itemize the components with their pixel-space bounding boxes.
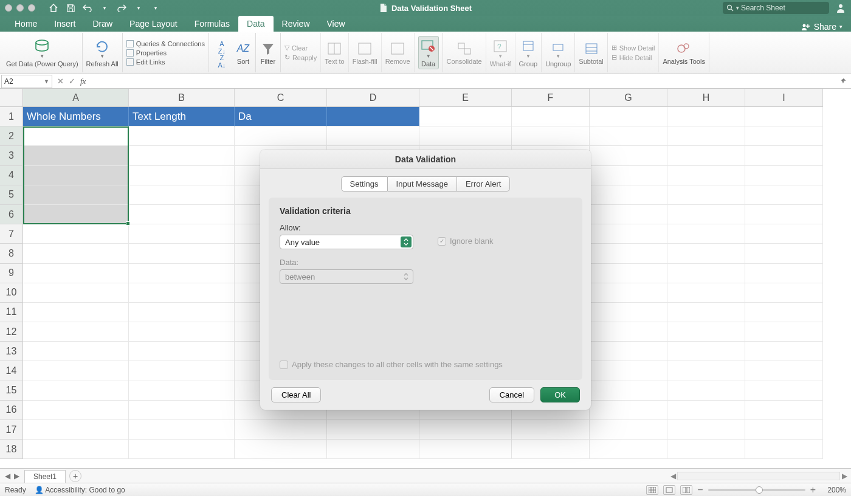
save-icon[interactable] [66,3,75,13]
row-header[interactable]: 11 [0,303,23,322]
col-header-I[interactable]: I [745,89,823,107]
zoom-out-button[interactable]: − [697,485,703,495]
undo-icon[interactable] [83,3,92,13]
name-box[interactable]: A2 ▼ [1,75,52,88]
tab-view[interactable]: View [319,16,354,32]
formula-input[interactable] [89,75,835,88]
dialog-tab-input-message[interactable]: Input Message [388,176,457,192]
analysis-tools-button[interactable]: Analysis Tools [663,40,705,65]
row-header[interactable]: 10 [0,283,23,303]
properties-button[interactable]: Properties [126,49,167,57]
zoom-level[interactable]: 200% [821,486,846,494]
col-header-B[interactable]: B [129,89,235,107]
user-account-icon[interactable] [835,2,846,13]
tab-insert[interactable]: Insert [46,16,84,32]
cancel-button[interactable]: Cancel [489,387,534,402]
page-break-view-button[interactable] [680,485,692,495]
tab-review[interactable]: Review [274,16,319,32]
cell-I1[interactable] [745,107,823,126]
scroll-left-icon[interactable]: ◀ [669,472,677,480]
home-icon[interactable] [49,3,58,13]
show-detail-button[interactable]: ⊞Show Detail [612,44,655,52]
cell-E1[interactable] [419,107,512,126]
reapply-filter-button[interactable]: ↻Reapply [284,54,317,61]
row-header[interactable]: 1 [0,107,23,126]
cell-A6[interactable] [23,205,129,224]
row-header[interactable]: 8 [0,244,23,263]
row-header[interactable]: 13 [0,342,23,361]
cell-A4[interactable] [23,166,129,185]
tab-data[interactable]: Data [238,16,274,32]
sort-desc-button[interactable]: ZA↓ [213,54,231,69]
col-header-G[interactable]: G [590,89,667,107]
consolidate-button[interactable]: Consolidate [447,40,482,65]
spreadsheet-grid[interactable]: A B C D E F G H I 1 2 3 4 5 6 7 8 9 10 1… [0,89,851,468]
row-header[interactable]: 7 [0,224,23,244]
confirm-formula-icon[interactable]: ✓ [69,77,75,86]
queries-connections-button[interactable]: Queries & Connections [126,40,205,47]
close-window-button[interactable] [5,4,12,12]
cell-H1[interactable] [667,107,745,126]
row-header[interactable]: 14 [0,361,23,381]
tab-formulas[interactable]: Formulas [186,16,238,32]
scroll-track[interactable] [677,472,840,480]
what-if-button[interactable]: ?▼What-if [490,38,511,67]
sheet-nav-next-icon[interactable]: ▶ [14,472,19,480]
row-header[interactable]: 6 [0,205,23,224]
row-header[interactable]: 15 [0,381,23,401]
cancel-formula-icon[interactable]: ✕ [57,77,64,86]
sort-button[interactable]: AZ Sort [235,40,252,65]
hide-detail-button[interactable]: ⊟Hide Detail [612,54,652,61]
col-header-D[interactable]: D [327,89,419,107]
search-dropdown-icon[interactable]: ▾ [736,5,739,11]
refresh-all-button[interactable]: ▼ Refresh All [86,38,119,67]
accessibility-status[interactable]: 👤 Accessibility: Good to go [35,486,125,494]
tab-page-layout[interactable]: Page Layout [121,16,186,32]
sheet-nav-prev-icon[interactable]: ◀ [5,472,10,480]
minimize-window-button[interactable] [16,4,24,12]
row-header[interactable]: 12 [0,322,23,342]
cell-D1[interactable] [327,107,419,126]
dialog-tab-settings[interactable]: Settings [341,176,388,192]
select-all-corner[interactable] [0,89,23,107]
cell-A2[interactable] [23,126,129,146]
cell-A3[interactable] [23,146,129,165]
cell-B2[interactable] [129,126,235,146]
cell-A5[interactable] [23,185,129,205]
row-header[interactable]: 2 [0,126,23,146]
row-header[interactable]: 9 [0,264,23,283]
cell-A1[interactable]: Whole Numbers [23,107,129,126]
share-dropdown-icon[interactable]: ▾ [839,24,842,30]
dialog-tab-error-alert[interactable]: Error Alert [457,176,511,192]
zoom-thumb[interactable] [756,486,763,494]
cell-B1[interactable]: Text Length [129,107,235,126]
page-layout-view-button[interactable] [663,485,675,495]
sheet-tab-sheet1[interactable]: Sheet1 [24,470,66,483]
data-validation-button[interactable]: ▼Data [418,36,439,69]
search-sheet-input[interactable]: ▾ Search Sheet [723,2,829,14]
row-header[interactable]: 5 [0,185,23,205]
text-to-columns-button[interactable]: Text to [325,40,344,65]
tab-home[interactable]: Home [6,16,46,32]
cell-C2[interactable] [235,126,327,146]
ungroup-button[interactable]: ▼Ungroup [545,38,571,67]
undo-dropdown-icon[interactable]: ▾ [100,3,109,13]
zoom-in-button[interactable]: + [810,485,816,495]
cell-F1[interactable] [512,107,590,126]
row-header[interactable]: 4 [0,166,23,185]
col-header-A[interactable]: A [23,89,129,107]
group-button[interactable]: ▼Group [519,38,538,67]
redo-dropdown-icon[interactable]: ▾ [134,3,143,13]
allow-stepper-icon[interactable] [401,236,412,247]
row-header[interactable]: 3 [0,146,23,165]
zoom-slider[interactable] [708,489,805,491]
horizontal-scrollbar[interactable]: ◀ ▶ [669,471,851,481]
add-sheet-button[interactable]: + [69,470,81,482]
normal-view-button[interactable] [646,485,658,495]
share-button[interactable]: Share ▾ [801,22,842,32]
allow-dropdown[interactable]: Any value [280,235,413,249]
clear-all-button[interactable]: Clear All [271,387,321,402]
tab-draw[interactable]: Draw [84,16,121,32]
cell-G1[interactable] [590,107,667,126]
qat-customize-icon[interactable]: ▾ [151,3,160,13]
